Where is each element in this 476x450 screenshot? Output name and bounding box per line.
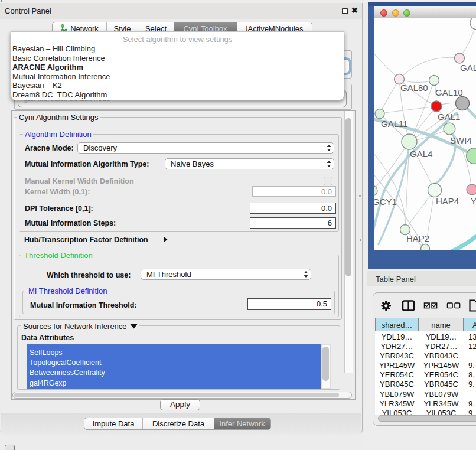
svg-text:GAL4: GAL4 [410, 149, 432, 159]
svg-text:SWI4: SWI4 [450, 135, 472, 145]
svg-text:GAL11: GAL11 [381, 119, 408, 129]
svg-text:GAL2: GAL2 [460, 63, 476, 73]
svg-text:GCY1: GCY1 [374, 197, 397, 207]
svg-text:GAL80: GAL80 [400, 83, 428, 93]
svg-text:HAP4: HAP4 [436, 196, 459, 206]
svg-text:GAL1: GAL1 [438, 112, 460, 122]
svg-text:HAP2: HAP2 [406, 233, 429, 243]
svg-text:Y: Y [471, 196, 476, 206]
svg-text:GAL10: GAL10 [435, 87, 463, 97]
